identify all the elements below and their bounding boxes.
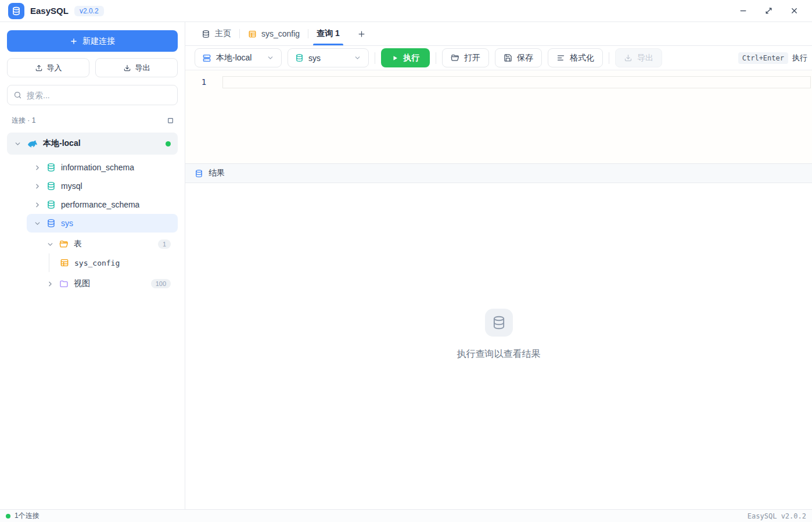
download-icon — [624, 53, 633, 62]
tree-db-mysql[interactable]: mysql — [27, 177, 178, 195]
statusbar-version: EasySQL v2.0.2 — [748, 512, 806, 520]
export-results-label: 导出 — [637, 53, 653, 63]
line-number: 1 — [202, 77, 206, 87]
connection-name: 本地-local — [43, 138, 81, 149]
export-results-button[interactable]: 导出 — [615, 48, 662, 67]
tab-label: 查询 1 — [317, 28, 340, 39]
collapse-all-button[interactable] — [166, 116, 175, 126]
toolbar-separator — [436, 52, 436, 64]
dolphin-icon — [27, 138, 38, 149]
query-toolbar: 本地-local sys — [185, 46, 812, 70]
database-select[interactable]: sys — [288, 48, 369, 67]
sql-editor[interactable]: 1 — [185, 70, 812, 163]
results-body: 执行查询以查看结果 — [185, 183, 812, 509]
database-name: performance_schema — [61, 200, 139, 209]
database-icon — [491, 315, 506, 330]
main-panel: 主页 sys_config 查询 1 — [185, 22, 812, 509]
connection-count-label: 1个连接 — [15, 511, 39, 521]
search-box — [7, 85, 178, 105]
shortcut-hint: Ctrl+Enter 执行 — [738, 52, 807, 64]
run-button[interactable]: 执行 — [381, 48, 430, 67]
export-button[interactable]: 导出 — [95, 58, 178, 77]
version-badge: v2.0.2 — [74, 6, 104, 16]
titlebar: EasySQL v2.0.2 — [0, 0, 812, 22]
download-icon — [123, 64, 131, 72]
plus-icon — [70, 37, 78, 45]
folder-icon — [59, 279, 69, 288]
new-connection-button[interactable]: 新建连接 — [7, 30, 178, 52]
database-icon — [202, 30, 210, 38]
chevron-right-icon[interactable] — [34, 201, 41, 209]
table-name: sys_config — [74, 259, 120, 267]
save-label: 保存 — [517, 53, 533, 63]
plus-icon — [357, 30, 366, 38]
chevron-down-icon[interactable] — [14, 140, 21, 148]
chevron-down-icon[interactable] — [46, 241, 54, 248]
import-button[interactable]: 导入 — [7, 58, 89, 77]
connections-section-header: 连接 · 1 — [7, 116, 178, 126]
database-icon — [195, 169, 203, 178]
minimize-button[interactable] — [733, 3, 753, 19]
maximize-button[interactable] — [759, 3, 778, 19]
tab-query-1[interactable]: 查询 1 — [308, 22, 348, 45]
upload-icon — [35, 64, 43, 72]
empty-state-icon-box — [485, 309, 513, 337]
search-icon — [13, 91, 22, 99]
open-button[interactable]: 打开 — [442, 48, 489, 67]
tab-home[interactable]: 主页 — [193, 22, 239, 45]
tree-connection-local[interactable]: 本地-local — [7, 133, 178, 155]
tree-table-sys-config[interactable]: sys_config — [49, 253, 178, 272]
results-header-label: 结果 — [209, 168, 225, 178]
tree-tables-folder[interactable]: 表 1 — [39, 235, 178, 253]
toolbar-separator — [609, 52, 609, 64]
open-label: 打开 — [464, 53, 480, 63]
format-button[interactable]: 格式化 — [548, 48, 603, 67]
export-label: 导出 — [135, 63, 150, 73]
database-name: sys — [61, 219, 73, 228]
connection-select[interactable]: 本地-local — [195, 48, 282, 67]
new-connection-label: 新建连接 — [82, 36, 115, 47]
search-input[interactable] — [27, 91, 171, 100]
format-lines-icon — [556, 53, 565, 62]
tables-folder-label: 表 — [74, 239, 82, 249]
chevron-down-icon — [267, 54, 274, 62]
close-button[interactable] — [784, 3, 804, 19]
chevron-right-icon[interactable] — [34, 164, 41, 171]
tab-sys-config[interactable]: sys_config — [240, 22, 308, 45]
app-logo — [8, 3, 24, 19]
new-tab-button[interactable] — [348, 22, 375, 45]
tree-db-performance-schema[interactable]: performance_schema — [27, 195, 178, 214]
tables-count-badge: 1 — [158, 239, 171, 249]
database-icon — [12, 6, 21, 16]
database-select-value: sys — [308, 53, 321, 63]
tree-views-folder[interactable]: 视图 100 — [39, 274, 178, 293]
tab-bar: 主页 sys_config 查询 1 — [185, 22, 812, 46]
tab-label: sys_config — [261, 29, 300, 38]
status-bar: 1个连接 EasySQL v2.0.2 — [0, 509, 812, 522]
server-icon — [202, 53, 211, 63]
play-icon — [391, 55, 398, 62]
database-icon — [295, 53, 304, 62]
tab-label: 主页 — [215, 28, 231, 39]
folder-open-icon — [59, 239, 69, 249]
tree-db-sys[interactable]: sys — [27, 214, 178, 233]
run-label: 执行 — [403, 53, 419, 63]
close-icon — [790, 6, 799, 15]
chevron-down-icon[interactable] — [34, 220, 41, 227]
save-button[interactable]: 保存 — [495, 48, 542, 67]
app-title: EasySQL — [30, 6, 69, 16]
chevron-right-icon[interactable] — [46, 280, 54, 288]
editor-current-line[interactable] — [222, 76, 811, 88]
import-label: 导入 — [47, 63, 62, 73]
table-icon — [248, 30, 257, 38]
chevron-right-icon[interactable] — [34, 183, 41, 190]
database-icon — [46, 219, 56, 228]
table-icon — [60, 258, 69, 267]
shortcut-key: Ctrl+Enter — [738, 52, 788, 64]
shortcut-action-label: 执行 — [792, 53, 807, 63]
database-icon — [46, 181, 56, 191]
tree-db-information-schema[interactable]: information_schema — [27, 158, 178, 177]
database-icon — [46, 200, 56, 209]
database-name: mysql — [61, 181, 82, 191]
chevron-down-icon — [354, 54, 361, 62]
